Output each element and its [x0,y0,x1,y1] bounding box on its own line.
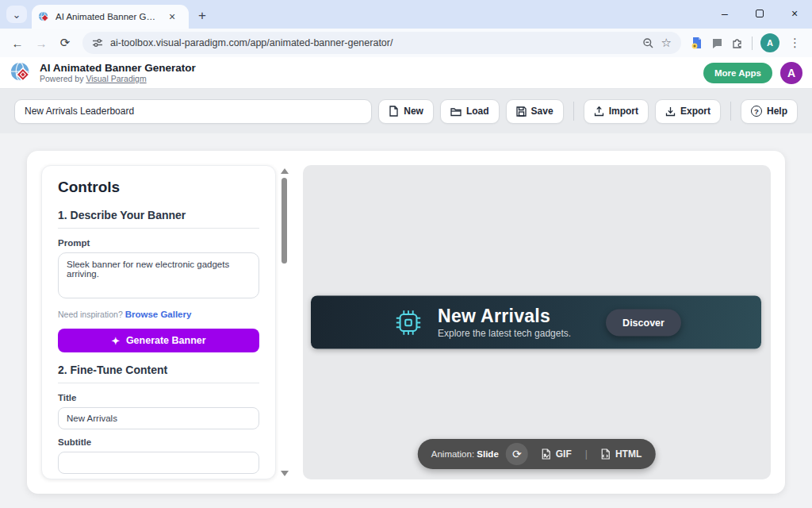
site-settings-icon[interactable] [92,37,103,48]
browser-menu-icon[interactable]: ⋮ [787,36,802,50]
export-gif-button[interactable]: GIF [535,448,578,460]
file-icon [389,106,399,117]
bookmark-star-icon[interactable]: ☆ [661,36,672,50]
url-text[interactable]: ai-toolbox.visual-paradigm.com/app/anima… [110,37,635,48]
controls-panel: Controls 1. Describe Your Banner Prompt … [41,165,276,479]
help-button-label: Help [767,106,787,117]
title-label: Title [58,393,259,402]
toolbar-separator [573,102,574,121]
browse-gallery-link[interactable]: Browse Gallery [125,310,192,319]
subtitle-input[interactable] [58,452,259,474]
forward-button[interactable]: → [30,32,52,54]
inspiration-text: Need inspiration? [58,310,125,319]
refresh-animation-button[interactable]: ⟳ [506,443,528,465]
browser-toolbar: ← → ⟳ ai-toolbox.visual-paradigm.com/app… [0,29,812,57]
toolbar-divider [752,37,753,50]
help-icon: ? [751,106,762,117]
preview-control-bar: Animation: Slide ⟳ GIF | [418,439,656,469]
new-tab-button[interactable]: + [198,8,206,24]
browser-tab-strip: ⌄ AI Animated Banner Generator × + – × [0,0,812,29]
zoom-out-icon[interactable] [642,37,654,49]
new-button-label: New [404,106,423,117]
maximize-icon [756,10,764,17]
scrollbar-thumb[interactable] [282,178,287,264]
tab-title: AI Animated Banner Generator [56,12,160,21]
save-button-label: Save [531,106,553,117]
chip-icon [393,307,423,337]
help-button[interactable]: ? Help [741,99,798,124]
prompt-label: Prompt [58,238,259,248]
more-apps-button[interactable]: More Apps [703,63,772,83]
refresh-icon: ⟳ [512,448,522,460]
browser-profile-avatar[interactable]: A [760,33,779,52]
generate-banner-label: Generate Banner [126,335,206,346]
inspiration-row: Need inspiration? Browse Gallery [58,310,259,319]
gif-button-label: GIF [556,448,572,460]
scroll-up-arrow-icon[interactable] [281,168,289,174]
extensions-puzzle-icon[interactable] [731,37,744,49]
folder-open-icon [450,106,462,117]
main-card: Controls 1. Describe Your Banner Prompt … [27,151,785,494]
maximize-button[interactable] [742,0,777,27]
reload-button[interactable]: ⟳ [54,32,76,54]
header-right: More Apps A [703,62,802,84]
section-describe-banner: 1. Describe Your Banner [58,209,259,221]
new-button[interactable]: New [378,99,434,124]
html-file-icon [601,448,611,460]
app-logo [10,61,33,85]
banner-title: New Arrivals [438,306,571,326]
docs-offline-icon[interactable] [691,37,703,49]
back-button[interactable]: ← [6,32,29,54]
import-button[interactable]: Import [584,99,649,124]
toolbar-separator [730,102,731,121]
banner-preview-area: New Arrivals Explore the latest tech gad… [303,165,771,479]
upload-icon [594,106,604,117]
tab-close-icon[interactable]: × [166,10,178,23]
banner-cta-button[interactable]: Discover [606,309,681,336]
banner-subtitle: Explore the latest tech gadgets. [438,328,571,339]
banner-text-block: New Arrivals Explore the latest tech gad… [438,306,571,339]
section-divider [58,383,259,383]
browser-tab[interactable]: AI Animated Banner Generator × [32,5,189,29]
subtitle-label: Subtitle [58,437,259,447]
toolbar-right-icons: A ⋮ [688,33,806,52]
tab-search-button[interactable]: ⌄ [6,6,27,23]
project-toolbar: New Load Save Impo [0,89,812,133]
workspace: New Load Save Impo [0,89,812,508]
visual-paradigm-link[interactable]: Visual Paradigm [86,74,146,83]
export-button-label: Export [680,106,710,117]
address-bar[interactable]: ai-toolbox.visual-paradigm.com/app/anima… [82,32,681,54]
window-controls: – × [707,0,812,27]
favicon [38,11,50,23]
section-divider [58,228,259,229]
title-input[interactable] [58,407,259,429]
sparkle-icon: ✦ [111,335,119,347]
project-name-input[interactable] [14,99,372,124]
app-user-avatar[interactable]: A [780,62,802,84]
bar-separator: | [585,448,588,460]
animation-label-text: Animation: [431,449,474,459]
close-window-button[interactable]: × [777,0,812,27]
side-panel-icon[interactable] [711,37,723,49]
powered-by: Powered by Visual Paradigm [40,74,196,83]
prompt-textarea[interactable]: Sleek banner for new electronic gadgets … [58,252,259,298]
import-button-label: Import [609,106,638,117]
save-button[interactable]: Save [506,99,564,124]
export-html-button[interactable]: HTML [595,448,648,460]
controls-scrollbar[interactable] [279,165,290,479]
animation-label: Animation: Slide [431,449,499,459]
app-title-block: AI Animated Banner Generator Powered by … [40,62,196,83]
scroll-down-arrow-icon[interactable] [281,471,289,476]
generated-banner: New Arrivals Explore the latest tech gad… [311,296,761,349]
floppy-icon [516,106,527,117]
generate-banner-button[interactable]: ✦ Generate Banner [58,329,259,352]
app-header: AI Animated Banner Generator Powered by … [0,57,812,89]
load-button[interactable]: Load [440,99,500,124]
minimize-button[interactable]: – [707,0,742,27]
controls-heading: Controls [58,179,259,196]
gif-file-icon [542,448,551,460]
chevron-down-icon: ⌄ [13,9,21,21]
export-button[interactable]: Export [655,99,721,124]
animation-value: Slide [477,449,498,459]
html-button-label: HTML [615,448,642,460]
